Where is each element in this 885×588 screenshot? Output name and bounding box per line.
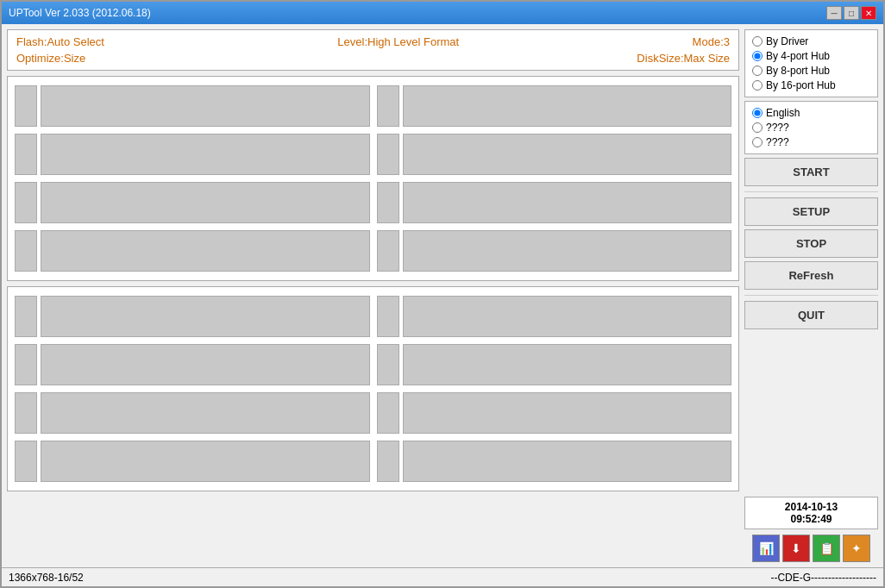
hub-16port-label: By 16-port Hub	[766, 79, 836, 91]
drive-slot-13	[377, 294, 732, 339]
window-title: UPTool Ver 2.033 (2012.06.18)	[9, 7, 151, 19]
drive-bar-2[interactable]	[41, 134, 370, 175]
right-panel: By Driver By 4-port Hub By 8-port Hub By…	[744, 29, 878, 562]
status-left: 1366x768-16/52	[9, 572, 84, 584]
drive-bar-7[interactable]	[403, 182, 732, 223]
lang-english-option[interactable]: English	[752, 107, 870, 119]
stop-button[interactable]: STOP	[744, 229, 878, 258]
top-left-drives	[15, 84, 370, 273]
bottom-left-drives	[15, 294, 370, 484]
separator-2	[744, 295, 878, 296]
hub-16port-radio[interactable]	[752, 80, 763, 91]
drive-bar-3[interactable]	[41, 182, 370, 223]
close-button[interactable]: ✕	[861, 6, 876, 20]
status-right: --CDE-G-------------------	[770, 572, 876, 584]
drive-num-4	[15, 230, 37, 272]
start-button[interactable]: START	[744, 158, 878, 186]
setup-button[interactable]: SETUP	[744, 197, 878, 226]
drive-num-15	[377, 392, 399, 434]
drive-bar-4[interactable]	[41, 230, 370, 272]
download-icon-button[interactable]: ⬇	[782, 535, 810, 562]
drive-num-10	[15, 344, 37, 385]
right-spacer	[744, 333, 878, 493]
star-icon-button[interactable]: ✦	[843, 535, 870, 562]
drive-num-11	[15, 392, 37, 434]
drive-num-1	[15, 85, 37, 127]
main-panel: Flash:Auto Select Level:High Level Forma…	[7, 29, 739, 562]
hub-4port-label: By 4-port Hub	[766, 50, 830, 62]
lang-option-3[interactable]: ????	[752, 136, 870, 148]
drive-num-9	[15, 296, 37, 337]
hub-4port-radio[interactable]	[752, 51, 763, 61]
drive-num-16	[377, 441, 399, 482]
lang-english-radio[interactable]	[752, 108, 763, 118]
title-bar: UPTool Ver 2.033 (2012.06.18) ─ □ ✕	[2, 2, 883, 24]
datetime-display: 2014-10-13 09:52:49	[744, 497, 878, 529]
level-label: Level:High Level Format	[337, 35, 459, 48]
drive-bar-13[interactable]	[403, 296, 732, 337]
window-controls: ─ □ ✕	[826, 6, 876, 20]
drive-slot-6	[377, 132, 732, 177]
drive-bar-5[interactable]	[403, 85, 732, 127]
drive-slot-4	[15, 228, 370, 273]
drive-bar-10[interactable]	[41, 344, 370, 385]
drive-num-2	[15, 134, 37, 175]
drive-slot-7	[377, 180, 732, 225]
drive-slot-2	[15, 132, 370, 177]
bottom-right-drives	[377, 294, 732, 484]
hub-8port-label: By 8-port Hub	[766, 65, 830, 77]
hub-driver-option[interactable]: By Driver	[752, 35, 870, 47]
drive-slot-8	[377, 228, 732, 273]
drive-num-14	[377, 344, 399, 385]
quit-button[interactable]: QUIT	[744, 301, 878, 329]
optimize-label: Optimize:Size	[16, 52, 85, 65]
hub-16port-option[interactable]: By 16-port Hub	[752, 79, 870, 91]
drive-slot-1	[15, 84, 370, 128]
drive-num-5	[377, 85, 399, 127]
drive-bar-6[interactable]	[403, 134, 732, 175]
drive-slot-10	[15, 342, 370, 387]
hub-driver-radio[interactable]	[752, 36, 763, 47]
drive-num-3	[15, 182, 37, 223]
hub-8port-option[interactable]: By 8-port Hub	[752, 65, 870, 77]
info-bar: Flash:Auto Select Level:High Level Forma…	[7, 29, 739, 71]
hub-driver-label: By Driver	[766, 35, 808, 47]
refresh-button[interactable]: ReFresh	[744, 261, 878, 290]
hub-8port-radio[interactable]	[752, 66, 763, 76]
hub-mode-group: By Driver By 4-port Hub By 8-port Hub By…	[744, 29, 878, 97]
chart-icon-button[interactable]: 📊	[752, 535, 780, 562]
drive-bar-12[interactable]	[41, 441, 370, 482]
lang-option-2[interactable]: ????	[752, 122, 870, 134]
drive-num-6	[377, 134, 399, 175]
drive-slot-14	[377, 342, 732, 387]
table-icon-button[interactable]: 📋	[813, 535, 840, 562]
hub-4port-option[interactable]: By 4-port Hub	[752, 50, 870, 62]
drive-bar-14[interactable]	[403, 344, 732, 385]
lang-label-3: ????	[766, 136, 789, 148]
drive-bar-1[interactable]	[41, 85, 370, 127]
status-bar: 1366x768-16/52 --CDE-G------------------…	[2, 567, 883, 586]
date-display: 2014-10-13	[749, 501, 874, 513]
language-group: English ???? ????	[744, 101, 878, 154]
minimize-button[interactable]: ─	[826, 6, 842, 20]
disksize-label: DiskSize:Max Size	[637, 52, 730, 65]
top-right-drives	[377, 84, 732, 273]
flash-label: Flash:Auto Select	[16, 35, 104, 48]
drive-slot-3	[15, 180, 370, 225]
icon-row: 📊 ⬇ 📋 ✦	[744, 535, 878, 562]
drive-bar-9[interactable]	[41, 296, 370, 337]
mode-label: Mode:3	[693, 35, 730, 48]
lang-radio-3[interactable]	[752, 137, 763, 147]
drive-slot-16	[377, 439, 732, 484]
lang-radio-2[interactable]	[752, 122, 763, 133]
drive-num-12	[15, 441, 37, 482]
drive-bar-15[interactable]	[403, 392, 732, 434]
info-row-1: Flash:Auto Select Level:High Level Forma…	[16, 35, 730, 48]
drive-bar-11[interactable]	[41, 392, 370, 434]
drive-bar-8[interactable]	[403, 230, 732, 272]
lang-english-label: English	[766, 107, 800, 119]
main-window: UPTool Ver 2.033 (2012.06.18) ─ □ ✕ Flas…	[0, 0, 885, 588]
drive-bar-16[interactable]	[403, 441, 732, 482]
drive-num-8	[377, 230, 399, 272]
maximize-button[interactable]: □	[844, 6, 859, 20]
